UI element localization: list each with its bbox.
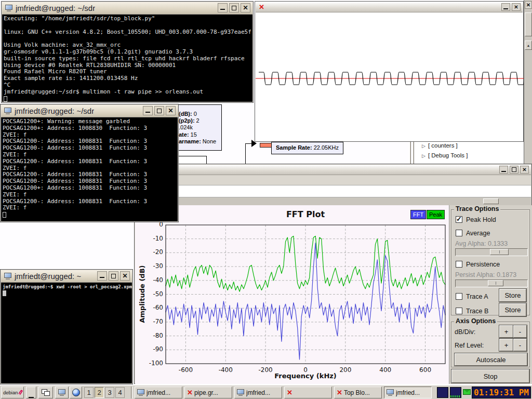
autoscale-button[interactable]: Autoscale <box>455 353 527 366</box>
minimize-button[interactable] <box>143 106 153 115</box>
peak-hold-checkbox[interactable] <box>456 216 462 223</box>
fft-control-panel: Trace Options Peak Hold Average Avg Alph… <box>449 205 532 384</box>
scrollbar-thumb[interactable] <box>483 198 499 204</box>
close-button[interactable]: ✕ <box>166 106 176 115</box>
grc-fft-sink-block[interactable]: (dB): 0(p2p): 2.024kate: 15arname: None <box>172 104 222 151</box>
maximize-button[interactable] <box>109 271 118 281</box>
y-tick-label: -80 <box>142 332 163 339</box>
fft-white-strip <box>135 185 531 197</box>
close-button[interactable]: ✕ <box>520 166 529 174</box>
tree-item-debug-tools[interactable]: ▷[ Debug Tools ] <box>422 152 468 158</box>
system-monitor-applet[interactable] <box>450 387 461 398</box>
terminal-content[interactable]: POCSAG1200+: Warning: message garbledPOC… <box>1 117 178 221</box>
task-button-1[interactable]: ✕pipe.gr... <box>184 387 232 398</box>
stop-button[interactable]: Stop <box>451 369 529 383</box>
terminal-window-1: jmfriedt@rugged: ~/sdr ✕ Executing: "/ho… <box>1 1 254 103</box>
task-button-4[interactable]: ✕Top Blo... <box>334 387 382 398</box>
db-div-label: dB/Div: <box>455 328 475 336</box>
close-button[interactable]: ✕ <box>241 3 250 12</box>
workspace-button-1[interactable]: 1 <box>84 387 94 398</box>
scroll-up-button[interactable]: ▲ <box>525 41 532 50</box>
terminal-titlebar[interactable]: jmfriedt@rugged: ~/sdr ✕ <box>2 2 252 15</box>
grc-block-property: ate: 15 <box>179 131 221 138</box>
terminal-titlebar[interactable]: jmfriedt@rugged: ~/sdr ✕ <box>1 105 178 117</box>
minimize-button[interactable] <box>97 271 107 281</box>
browser-launcher-button[interactable] <box>70 387 82 398</box>
tree-item-counters[interactable]: ▷[ counters ] <box>422 142 458 149</box>
workspace-button-2[interactable]: 2 <box>95 387 104 398</box>
scrollbar-thumb[interactable] <box>525 12 532 36</box>
grc-block-tree: ▷[ counters ] ▷[ Debug Tools ] <box>416 141 524 165</box>
slider-thumb[interactable] <box>488 280 503 286</box>
terminal-line: POCSAG1200-: Address: 1008831 Function: … <box>3 198 176 205</box>
terminal-line: ZVEI: f <box>3 192 176 198</box>
grc-splitter[interactable] <box>409 141 416 165</box>
peak-hold-option[interactable]: Peak Hold <box>456 216 496 223</box>
terminal-icon <box>4 273 12 280</box>
task-button-2[interactable]: jmfried... <box>234 387 282 398</box>
persistence-checkbox[interactable] <box>456 261 462 268</box>
pager-applet[interactable] <box>437 387 448 398</box>
average-checkbox[interactable] <box>456 230 462 236</box>
cpu-graph <box>450 395 461 397</box>
minimize-button[interactable] <box>499 166 508 174</box>
persist-alpha-slider[interactable] <box>455 280 528 287</box>
terminal-line: gr-osmosdr v0.1.1-1-g37b09bc5 (0.1.2git)… <box>4 49 251 56</box>
window-list-button[interactable] <box>38 387 53 398</box>
taskbar: debian 1234 jmfried...✕pipe.gr...jmfried… <box>0 385 532 399</box>
terminal-icon <box>237 389 245 396</box>
terminal-launcher-button[interactable] <box>55 387 69 398</box>
task-button-3[interactable]: ✕ <box>284 387 332 398</box>
store-b-button[interactable]: Store <box>499 303 526 316</box>
maximize-button[interactable] <box>510 166 518 174</box>
y-tick-label: -50 <box>142 290 163 298</box>
close-button[interactable]: ✕ <box>120 271 130 281</box>
windows-icon <box>44 391 50 396</box>
taskbar-separator <box>131 387 133 398</box>
terminal-content[interactable]: jmfriedt@rugged:~$ xwd -root > orl_pocsa… <box>1 283 132 383</box>
task-button-0[interactable]: jmfried... <box>135 387 182 398</box>
grc-input-port[interactable] <box>260 143 272 148</box>
expander-icon[interactable]: ▷ <box>422 143 425 149</box>
mail-applet[interactable] <box>463 389 471 395</box>
workspace-button-3[interactable]: 3 <box>105 387 114 398</box>
clock[interactable]: 01:19:31 PM <box>472 387 531 398</box>
trace-a-option[interactable]: Trace A <box>456 293 488 300</box>
terminal-line: Executing: "/home/jmfriedt/sdr/top_block… <box>4 16 251 22</box>
show-desktop-button[interactable] <box>26 387 36 398</box>
close-button[interactable]: ✕ <box>525 1 532 9</box>
average-option[interactable]: Average <box>456 230 490 237</box>
expander-icon[interactable]: ▷ <box>422 153 425 158</box>
db-div-plus-button[interactable]: + <box>499 325 513 338</box>
fft-titlebar[interactable]: Top Block ✕ <box>135 165 531 175</box>
avg-alpha-slider[interactable] <box>455 248 528 256</box>
terminal-content[interactable]: Executing: "/home/jmfriedt/sdr/top_block… <box>2 15 252 102</box>
persistence-option[interactable]: Persistence <box>456 261 500 268</box>
trace-b-checkbox[interactable] <box>456 308 462 314</box>
maximize-button[interactable] <box>154 106 164 115</box>
fft-scroll-strip <box>135 197 531 205</box>
grc-throttle-block[interactable]: Sample Rate: 22.05KHz <box>271 142 343 154</box>
trace-a-checkbox[interactable] <box>456 293 462 300</box>
grc-block-partial <box>177 156 207 164</box>
terminal-window-3: jmfriedt@rugged: ~ ✕ jmfriedt@rugged:~$ … <box>0 269 133 384</box>
trace-b-option[interactable]: Trace B <box>456 308 488 315</box>
terminal-icon <box>137 389 145 396</box>
workspace-button-4[interactable]: 4 <box>115 387 125 398</box>
terminal-icon <box>4 108 12 114</box>
task-button-5[interactable]: jmfried... <box>384 387 432 398</box>
terminal-titlebar[interactable]: jmfriedt@rugged: ~ ✕ <box>1 270 132 283</box>
x-tick-label: -200 <box>251 366 280 374</box>
scope-titlebar[interactable]: ✕ ✕ <box>256 2 523 12</box>
close-button[interactable]: ✕ <box>512 3 521 11</box>
ref-level-minus-button[interactable]: - <box>513 339 527 351</box>
edge-window-fragment: ✕ ▲ <box>524 0 532 164</box>
db-div-minus-button[interactable]: - <box>513 325 527 338</box>
minimize-button[interactable] <box>218 3 228 12</box>
slider-thumb[interactable] <box>490 249 509 255</box>
start-menu-button[interactable]: debian <box>1 387 24 398</box>
minimize-button[interactable] <box>501 3 510 11</box>
store-a-button[interactable]: Store <box>499 289 526 302</box>
maximize-button[interactable] <box>229 3 239 12</box>
ref-level-plus-button[interactable]: + <box>499 339 513 351</box>
